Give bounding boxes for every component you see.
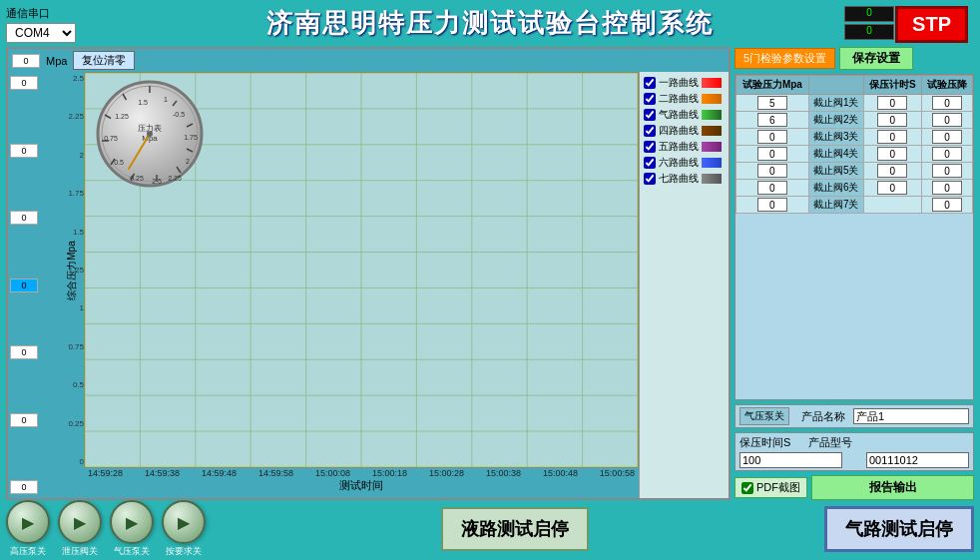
y-input-7[interactable]	[10, 480, 38, 494]
pdf-button[interactable]: PDF截图	[735, 477, 807, 498]
drop-5[interactable]	[932, 164, 962, 178]
valve-label-5: 截止阀5关	[808, 163, 863, 180]
legend-label-5: 五路曲线	[659, 140, 699, 154]
legend-check-6[interactable]	[644, 157, 656, 169]
liquid-start-button[interactable]: 液路测试启停	[441, 507, 589, 551]
btn-air-pump[interactable]: ▶ 气压泵关	[110, 500, 154, 558]
mpa-label: Mpa	[46, 55, 67, 67]
stop-button[interactable]: STP	[895, 6, 968, 43]
com-select[interactable]: COM4 COM1 COM2 COM3 COM5	[6, 23, 76, 43]
right-panel: 5门检验参数设置 保存设置 试验压力Mpa 保压计时S 试验压降	[735, 47, 974, 500]
y-axis-inputs	[8, 72, 40, 498]
hold-5[interactable]	[877, 164, 907, 178]
y-input-4[interactable]	[10, 279, 38, 292]
hold-4[interactable]	[877, 147, 907, 161]
legend-check-5[interactable]	[644, 141, 656, 153]
col-valve	[808, 76, 863, 95]
main-title: 济南思明特压力测试试验台控制系统	[266, 8, 714, 38]
y-label-8: 0.5	[52, 380, 84, 389]
legend-label-4: 四路曲线	[659, 124, 699, 138]
valve-label-4: 截止阀4关	[808, 146, 863, 163]
reset-button[interactable]: 复位清零	[73, 51, 135, 70]
y-label-6: 1	[52, 303, 84, 312]
pressure-6[interactable]	[757, 181, 787, 195]
pressure-7[interactable]	[757, 198, 787, 212]
y-input-3[interactable]	[10, 211, 38, 225]
y-label-4: 1.5	[52, 228, 84, 237]
y-input-6[interactable]	[10, 413, 38, 427]
chart-section: Mpa 复位清零 综合压力Mpa	[6, 47, 731, 500]
as-required-icon[interactable]: ▶	[162, 500, 206, 544]
air-pump-icon[interactable]: ▶	[110, 500, 154, 544]
y-label-9: 0.25	[52, 419, 84, 428]
x-axis-title: 测试时间	[339, 478, 383, 493]
drop-4[interactable]	[932, 147, 962, 161]
chart-body: 综合压力Mpa 2.5 2.25 2 1.75 1.5 1.25 1	[8, 72, 729, 498]
hold-time-input[interactable]	[739, 452, 842, 468]
pressure-3[interactable]	[757, 130, 787, 144]
svg-text:0.25: 0.25	[130, 175, 144, 182]
com-label: 通信串口	[6, 6, 50, 21]
btn-high-pressure[interactable]: ▶ 高压泵关	[6, 500, 50, 558]
col-drop: 试验压降	[921, 76, 972, 95]
y-label-7: 0.75	[52, 342, 84, 351]
pressure-4[interactable]	[757, 147, 787, 161]
btn-air-pump-label: 气压泵关	[114, 545, 150, 558]
y-input-2[interactable]	[10, 144, 38, 158]
btn-relief-valve[interactable]: ▶ 泄压阀关	[58, 500, 102, 558]
drop-7[interactable]	[932, 198, 962, 212]
hold-time-label: 保压时间S	[739, 435, 794, 450]
product-type-label: 产品型号	[808, 435, 852, 450]
product-name-input[interactable]	[853, 408, 969, 424]
legend-label-2: 二路曲线	[659, 92, 699, 106]
hold-3[interactable]	[877, 130, 907, 144]
legend-check-7[interactable]	[644, 173, 656, 185]
y-label-0: 2.5	[52, 74, 84, 83]
x-axis-area: 14:59:28 14:59:38 14:59:48 14:59:58 15:0…	[40, 468, 639, 498]
valve-label-3: 截止阀3关	[808, 129, 863, 146]
btn-as-required[interactable]: ▶ 按要求关	[162, 500, 206, 558]
y-input-1[interactable]	[10, 76, 38, 90]
drop-2[interactable]	[932, 113, 962, 127]
drop-1[interactable]	[932, 96, 962, 110]
save-button[interactable]: 保存设置	[839, 47, 913, 70]
bottom-buttons-row: PDF截图 报告输出	[735, 475, 974, 500]
svg-text:1.25: 1.25	[115, 113, 129, 120]
display-val1: 0	[844, 6, 894, 22]
hold-2[interactable]	[877, 113, 907, 127]
chart-header: Mpa 复位清零	[8, 49, 729, 72]
y-input-5[interactable]	[10, 345, 38, 359]
product-type-input[interactable]	[866, 452, 969, 468]
legend-check-2[interactable]	[644, 93, 656, 105]
pdf-checkbox[interactable]	[741, 482, 753, 494]
legend-item-1: 一路曲线	[644, 76, 725, 90]
drop-6[interactable]	[932, 181, 962, 195]
mpa-input-header[interactable]	[12, 54, 40, 68]
legend-check-4[interactable]	[644, 125, 656, 137]
btn-relief-valve-label: 泄压阀关	[62, 545, 98, 558]
report-button[interactable]: 报告输出	[811, 475, 974, 500]
com-section: 通信串口 COM4 COM1 COM2 COM3 COM5	[6, 6, 76, 43]
table-row: 截止阀3关	[736, 129, 973, 146]
legend-check-3[interactable]	[644, 109, 656, 121]
legend-check-1[interactable]	[644, 77, 656, 89]
gas-start-button[interactable]: 气路测试启停	[824, 506, 974, 552]
legend-label-6: 六路曲线	[659, 156, 699, 170]
pressure-1[interactable]	[757, 96, 787, 110]
svg-text:1.5: 1.5	[138, 99, 148, 106]
settings-table: 试验压力Mpa 保压计时S 试验压降 截止阀1关	[735, 74, 974, 400]
pressure-2[interactable]	[757, 113, 787, 127]
hold-6[interactable]	[877, 181, 907, 195]
relief-valve-icon[interactable]: ▶	[58, 500, 102, 544]
svg-text:2: 2	[186, 158, 190, 165]
display-val2: 0	[844, 24, 894, 40]
drop-3[interactable]	[932, 130, 962, 144]
legend-label-7: 七路曲线	[659, 172, 699, 186]
pressure-5[interactable]	[757, 164, 787, 178]
high-pressure-icon[interactable]: ▶	[6, 500, 50, 544]
legend-panel: 一路曲线 二路曲线 气路曲线 四路曲线	[639, 72, 729, 498]
legend-color-7	[702, 174, 722, 184]
hold-1[interactable]	[877, 96, 907, 110]
col-holdtime: 保压计时S	[863, 76, 921, 95]
settings-title-button[interactable]: 5门检验参数设置	[735, 48, 835, 69]
